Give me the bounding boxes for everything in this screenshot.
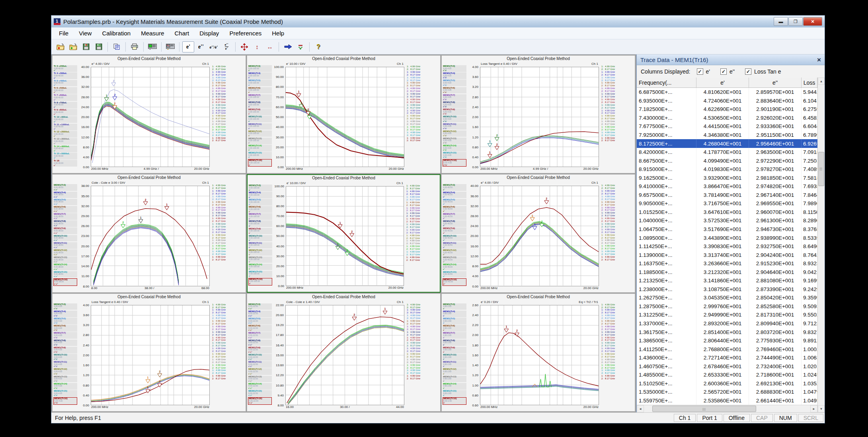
vscroll-thumb[interactable]: ||| — [818, 152, 824, 186]
legend-entry[interactable]: MEM1(Tr14)8.00-38.00e',e'' — [53, 264, 77, 270]
checkbox-e[interactable]: ✓ — [697, 68, 703, 75]
copy-icon[interactable] — [111, 41, 123, 52]
legend-entry[interactable]: MEM1(Tr16)0.00-100.00e' — [248, 159, 272, 167]
legend-entry[interactable]: MEM1(Tr7)0.00-100.00e' — [248, 94, 272, 101]
legend-entry[interactable]: MEM1(Tr3)8.00-38.00e',e'' — [53, 184, 77, 191]
legend-entry[interactable]: MEM1(Tr12)0.00-100.00e' — [248, 130, 272, 137]
legend-entry[interactable]: MEM1(Tr10)0.00-4.00e''/e' — [443, 116, 466, 122]
table-row[interactable]: 7.182500E+...4.622690E+0012.901190E+0016… — [637, 105, 817, 114]
legend-entry[interactable]: MEM1(Tr5)0.00-4.00e''/e' — [443, 80, 466, 86]
horizontal-scrollbar[interactable]: ◄ ||| ► — [637, 405, 817, 412]
chart-r1c3[interactable]: Open-Ended Coaxial Probe MethodMEM1(Tr3)… — [441, 55, 635, 173]
legend-entry[interactable]: MEM1(Tr3)0.60-2.60e' — [443, 303, 466, 310]
legend-entry[interactable]: Tr 14 +4000uL0.00-40.00e'' — [53, 146, 77, 152]
legend-entry[interactable]: MEM1(Tr9)8.00-22.00e',e'' — [248, 347, 272, 353]
legend-entry[interactable]: MEM1(Tr16)0.00-100.00e' — [248, 278, 272, 286]
scroll-up-icon[interactable]: ▲ — [818, 78, 825, 85]
legend-entry[interactable]: MEM1(Tr4)0.00-40.00e'' — [443, 192, 466, 198]
table-row[interactable]: 7.430000E+...4.530650E+0012.926020E+0016… — [637, 114, 817, 122]
legend-entry[interactable]: MEM1(Tr6)8.00-38.00e',e'' — [53, 206, 77, 213]
legend-entry[interactable]: MEM1(Tr12)8.00-38.00e',e'' — [53, 249, 77, 256]
legend-entry[interactable]: MEM1(Tr8)8.00-38.00e',e'' — [53, 220, 77, 227]
legend-entry[interactable]: Tr 7 +600uL0.00-40.00e'' — [53, 94, 77, 101]
legend-entry[interactable]: MEM1(Tr16)0.00-40.00e'' — [443, 278, 466, 286]
legend-entry[interactable]: MEM1(Tr15)0.00-4.00e''/e' — [53, 390, 77, 397]
table-row[interactable]: 1.386500E+...2.806440E+0012.775930E+0019… — [637, 336, 817, 345]
table-row[interactable]: 1.361750E+...2.851400E+0012.803720E+0019… — [637, 328, 817, 336]
chart-r1c2[interactable]: Open-Ended Coaxial Probe MethodMEM1(Tr3)… — [247, 55, 441, 173]
table-row[interactable]: 1.213250E+...3.141860E+0012.881080E+0019… — [637, 276, 817, 285]
legend-entry[interactable]: MEM1(Tr7)0.00-100.00e' — [248, 213, 272, 220]
trace-panel-titlebar[interactable]: Trace Data - MEM1(Tr16) × — [637, 54, 825, 65]
legend-entry[interactable]: MEM1(Tr13)8.00-38.00e',e'' — [53, 256, 77, 263]
column-header-3[interactable]: Loss — [802, 78, 817, 87]
legend-entry[interactable]: MEM1(Tr8)0.00-100.00e' — [248, 220, 272, 227]
legend-entry[interactable]: MEM1(Tr12)0.60-2.60e' — [443, 368, 466, 375]
legend-entry[interactable]: Tr 11 +1000uL0.00-40.00e'' — [53, 124, 77, 130]
legend-entry[interactable]: MEM1(Tr4)0.00-100.00e' — [248, 192, 272, 198]
legend-entry[interactable]: MEM1(Tr15)8.00-22.00e',e'' — [248, 390, 272, 397]
hscroll-thumb[interactable]: ||| — [652, 406, 756, 412]
plot-area[interactable]: 1212 — [91, 305, 210, 405]
table-row[interactable]: 1.262750E+...3.045350E+0012.850420E+0019… — [637, 293, 817, 302]
legend-entry[interactable]: MEM1(Tr15)8.00-38.00e',e'' — [53, 271, 77, 278]
legend-entry[interactable]: MEM1(Tr7)0.60-2.60e' — [443, 332, 466, 339]
scroll-down-icon[interactable]: ▼ — [818, 405, 825, 412]
menu-measure[interactable]: Measure — [136, 28, 169, 38]
autoscale-vertical-icon[interactable]: ↕ — [251, 41, 263, 52]
table-row[interactable]: 8.420000E+...4.178770E+0012.963500E+0017… — [637, 148, 817, 157]
legend-entry[interactable]: MEM1(Tr11)0.00-4.00e''/e' — [443, 123, 466, 130]
legend-entry[interactable]: MEM1(Tr3)0.00-100.00e' — [248, 65, 272, 72]
print-icon[interactable] — [129, 41, 140, 52]
menu-preferences[interactable]: Preferences — [224, 28, 267, 38]
legend-entry[interactable]: MEM1(Tr3)0.00-4.00e''/e' — [53, 303, 77, 310]
instrument-trigger-icon[interactable] — [164, 41, 176, 52]
legend-entry[interactable]: MEM1(Tr9)0.00-40.00e'' — [443, 227, 466, 234]
table-row[interactable]: 9.905000E+...3.716750E+0012.969550E+0017… — [637, 199, 817, 208]
table-row[interactable]: 1.485500E+...2.653330E+0012.718600E+0011… — [637, 371, 817, 379]
table-row[interactable]: 1.337000E+...2.893200E+0012.809940E+0019… — [637, 319, 817, 328]
column-header-0[interactable]: Frequency(... — [637, 78, 696, 87]
chart-r1c1[interactable]: Open-Ended Coaxial Probe MethodTr 3 +200… — [52, 55, 246, 173]
legend-entry[interactable]: MEM1(Tr9)0.00-100.00e' — [248, 228, 272, 235]
legend-entry[interactable]: MEM1(Tr14)0.00-100.00e' — [248, 264, 272, 270]
legend-entry[interactable]: Tr 8 +700uL0.00-40.00e'' — [53, 102, 77, 109]
legend-entry[interactable]: MEM1(Tr7)0.00-4.00e''/e' — [53, 332, 77, 339]
legend-entry[interactable]: MEM1(Tr10)0.00-4.00e''/e' — [53, 354, 77, 361]
table-row[interactable]: 1.436000E+...2.727140E+0012.744490E+0011… — [637, 353, 817, 362]
legend-entry[interactable]: MEM1(Tr6)0.00-4.00e''/e' — [443, 87, 466, 94]
legend-entry[interactable]: MEM1(Tr8)0.00-100.00e' — [248, 101, 272, 108]
legend-entry[interactable]: MEM1(Tr13)0.00-100.00e' — [248, 256, 272, 263]
title-bar[interactable]: PolarSamples.prb - Keysight Materials Me… — [51, 16, 825, 27]
table-row[interactable]: 1.460750E+...2.678460E+0012.732400E+0011… — [637, 362, 817, 371]
legend-entry[interactable]: MEM1(Tr5)0.00-100.00e' — [248, 80, 272, 86]
legend-entry[interactable]: Tr 3 +200uL0.00-40.00e'' — [53, 65, 77, 72]
scroll-left-icon[interactable]: ◄ — [637, 405, 644, 412]
menu-chart[interactable]: Chart — [170, 28, 195, 38]
legend-entry[interactable]: MEM1(Tr12)0.00-40.00e'' — [443, 249, 466, 256]
legend-entry[interactable]: MEM1(Tr4)0.00-4.00e''/e' — [53, 311, 77, 317]
loss-tangent-fraction-button[interactable]: e''e' — [220, 41, 232, 52]
legend-entry[interactable]: MEM1(Tr9)0.00-100.00e' — [248, 109, 272, 115]
table-row[interactable]: 1.188500E+...3.212320E+0012.904640E+0019… — [637, 268, 817, 276]
legend-entry[interactable]: MEM1(Tr12)0.00-4.00e''/e' — [53, 368, 77, 375]
menu-file[interactable]: File — [54, 28, 74, 38]
menu-view[interactable]: View — [74, 28, 97, 38]
table-row[interactable]: 1.139000E+...3.313740E+0012.904240E+0018… — [637, 251, 817, 259]
legend-entry[interactable]: MEM1(Tr6)0.00-4.00e''/e' — [53, 325, 77, 332]
legend-entry[interactable]: MEM1(Tr14)0.00-40.00e'' — [443, 264, 466, 270]
table-row[interactable]: 1.287500E+...2.999760E+0012.852580E+0019… — [637, 302, 817, 311]
legend-entry[interactable]: MEM1(Tr14)0.00-4.00e''/e' — [53, 383, 77, 390]
legend-entry[interactable]: MEM1(Tr6)0.00-100.00e' — [248, 206, 272, 213]
checkbox-losstane[interactable]: ✓ — [745, 68, 751, 75]
legend-entry[interactable]: MEM1(Tr11)8.00-38.00e',e'' — [53, 242, 77, 249]
legend-entry[interactable]: MEM1(Tr10)0.00-40.00e'' — [443, 235, 466, 242]
save-file-icon[interactable] — [80, 41, 92, 52]
legend-entry[interactable]: MEM1(Tr8)0.00-40.00e'' — [443, 220, 466, 227]
legend-entry[interactable]: MEM1(Tr12)0.00-4.00e''/e' — [443, 130, 466, 137]
table-row[interactable]: 9.162500E+...3.932900E+0012.981850E+0017… — [637, 173, 817, 182]
table-row[interactable]: 1.312250E+...2.949990E+0012.817310E+0019… — [637, 311, 817, 319]
save-instrument-state-icon[interactable] — [93, 41, 105, 52]
chart-r3c3[interactable]: Open-Ended Coaxial Probe MethodMEM1(Tr3)… — [441, 293, 635, 412]
legend-entry[interactable]: MEM1(Tr10)8.00-22.00e',e'' — [248, 354, 272, 361]
